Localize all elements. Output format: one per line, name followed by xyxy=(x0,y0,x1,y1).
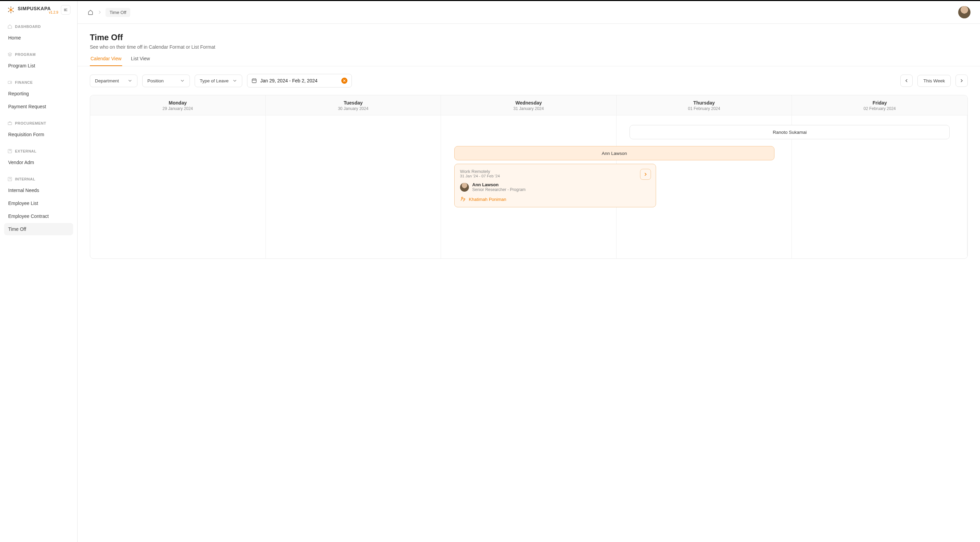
sidebar-toggle-button[interactable] xyxy=(61,5,70,14)
filter-leave-type[interactable]: Type of Leave xyxy=(195,75,242,87)
day-header: Wednesday31 January 2024 xyxy=(441,95,617,115)
chevron-down-icon xyxy=(127,78,132,83)
event-type: Work Remotely xyxy=(460,169,650,174)
day-header: Tuesday30 January 2024 xyxy=(266,95,441,115)
sidebar-header: SIMPUSKAPA v1.2.9 xyxy=(0,1,77,19)
chevron-right-icon xyxy=(98,10,102,15)
brand-logo-icon xyxy=(7,6,15,14)
chevron-left-icon xyxy=(904,79,908,83)
prev-week-button[interactable] xyxy=(900,75,913,87)
layers-icon xyxy=(8,52,12,57)
person-name: Ann Lawson xyxy=(472,182,526,187)
chevron-down-icon xyxy=(232,78,237,83)
svg-rect-18 xyxy=(8,122,12,124)
nav-header-finance: FINANCE xyxy=(4,78,73,87)
svg-point-17 xyxy=(11,82,11,83)
people-swap-icon xyxy=(460,196,466,202)
close-icon xyxy=(343,79,346,82)
breadcrumb: Time Off xyxy=(87,8,130,17)
nav-item-employee-contract[interactable]: Employee Contract xyxy=(4,210,73,222)
page-title: Time Off xyxy=(90,33,968,42)
next-week-button[interactable] xyxy=(956,75,968,87)
nav-item-home[interactable]: Home xyxy=(4,32,73,44)
nav-item-requisition-form[interactable]: Requisition Form xyxy=(4,128,73,140)
external-icon xyxy=(8,149,12,153)
event-details-button[interactable] xyxy=(640,169,651,180)
home-icon xyxy=(88,9,94,15)
view-tabs: Calendar View List View xyxy=(78,56,980,66)
chevron-right-icon xyxy=(959,79,964,83)
person-role: Senior Researcher - Program xyxy=(472,187,526,192)
event-bar-ranoto[interactable]: Ranoto Sukamai xyxy=(630,125,950,139)
this-week-button[interactable]: This Week xyxy=(917,75,951,87)
svg-point-27 xyxy=(461,197,463,199)
filter-date-range[interactable]: Jan 29, 2024 - Feb 2, 2024 xyxy=(247,74,352,88)
brand: SIMPUSKAPA v1.2.9 xyxy=(18,6,58,14)
person-avatar xyxy=(460,183,469,192)
menu-icon xyxy=(63,8,68,12)
internal-icon xyxy=(8,177,12,182)
svg-point-28 xyxy=(464,198,465,200)
nav-item-reporting[interactable]: Reporting xyxy=(4,88,73,100)
event-person: Ann Lawson Senior Researcher - Program xyxy=(460,182,650,192)
filter-department[interactable]: Department xyxy=(90,75,137,87)
event-substitute: Khatimah Poniman xyxy=(460,196,650,202)
sidebar: SIMPUSKAPA v1.2.9 DASHBOARD Home PROGRAM xyxy=(0,1,78,542)
filter-position[interactable]: Position xyxy=(142,75,190,87)
tab-calendar-view[interactable]: Calendar View xyxy=(90,56,122,66)
calendar-body: Ranoto Sukamai Ann Lawson Work Remotely … xyxy=(90,115,967,258)
wallet-icon xyxy=(8,80,12,85)
svg-rect-21 xyxy=(252,79,256,83)
breadcrumb-home[interactable] xyxy=(87,9,94,16)
nav-header-procurement: PROCUREMENT xyxy=(4,119,73,128)
day-header: Monday29 January 2024 xyxy=(90,95,266,115)
nav-header-program: PROGRAM xyxy=(4,50,73,59)
day-header: Friday02 February 2024 xyxy=(792,95,967,115)
nav-header-dashboard: DASHBOARD xyxy=(4,22,73,31)
chevron-down-icon xyxy=(180,78,185,83)
nav-header-internal: INTERNAL xyxy=(4,175,73,183)
nav-item-payment-request[interactable]: Payment Request xyxy=(4,100,73,113)
home-icon xyxy=(8,24,12,29)
topbar: Time Off xyxy=(78,1,980,24)
tab-list-view[interactable]: List View xyxy=(130,56,151,66)
nav-item-employee-list[interactable]: Employee List xyxy=(4,197,73,209)
filters: Department Position Type of Leave Jan 29… xyxy=(90,74,968,88)
brand-version: v1.2.9 xyxy=(18,11,58,14)
breadcrumb-current: Time Off xyxy=(105,8,130,17)
calendar-icon xyxy=(251,78,257,83)
event-bar-ann[interactable]: Ann Lawson xyxy=(454,146,775,160)
nav-item-vendor-adm[interactable]: Vendor Adm xyxy=(4,156,73,169)
nav-item-internal-needs[interactable]: Internal Needs xyxy=(4,184,73,196)
nav-item-program-list[interactable]: Program List xyxy=(4,60,73,72)
briefcase-icon xyxy=(8,121,12,126)
nav-item-time-off[interactable]: Time Off xyxy=(4,223,73,235)
calendar-grid: Monday29 January 2024 Tuesday30 January … xyxy=(90,95,968,259)
sidebar-nav: DASHBOARD Home PROGRAM Program List FINA… xyxy=(0,19,77,542)
nav-header-external: EXTERNAL xyxy=(4,147,73,156)
user-avatar[interactable] xyxy=(958,6,970,18)
clear-date-button[interactable] xyxy=(341,78,347,84)
day-header: Thursday01 February 2024 xyxy=(617,95,792,115)
event-card-ann[interactable]: Work Remotely 31 Jan '24 - 07 Feb '24 An… xyxy=(454,164,656,207)
chevron-right-icon xyxy=(643,172,648,176)
event-date-range: 31 Jan '24 - 07 Feb '24 xyxy=(460,174,650,178)
page-subtitle: See who on their time off in Calendar Fo… xyxy=(90,44,968,50)
